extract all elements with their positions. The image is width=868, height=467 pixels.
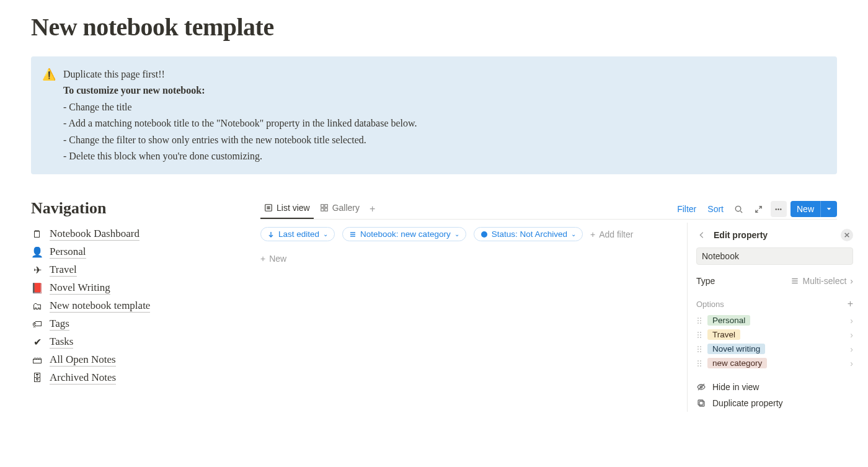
svg-point-34 — [698, 349, 699, 350]
chevron-right-icon[interactable]: › — [850, 344, 853, 354]
new-row-button[interactable]: + New — [260, 251, 286, 266]
nav-item-notebook-dashboard[interactable]: 🗒 Notebook Dashboard — [31, 225, 236, 243]
list-icon — [264, 203, 273, 212]
option-tag: Travel — [707, 329, 740, 340]
duplicate-property-button[interactable]: Duplicate property — [696, 395, 853, 411]
callout-line1: Duplicate this page first!! — [63, 66, 417, 82]
nav-item-all-open-notes[interactable]: 🗃 All Open Notes — [31, 351, 236, 369]
svg-point-41 — [700, 363, 701, 364]
tab-list-view[interactable]: List view — [260, 199, 314, 219]
svg-point-20 — [698, 318, 699, 319]
filter-button[interactable]: Filter — [673, 202, 700, 216]
svg-point-23 — [700, 320, 701, 321]
option-row[interactable]: new category› — [696, 356, 853, 370]
multiselect-icon — [790, 277, 799, 285]
svg-point-43 — [700, 365, 701, 367]
drag-handle-icon[interactable] — [696, 316, 702, 325]
tab-gallery[interactable]: Gallery — [316, 199, 363, 219]
delete-property-button[interactable]: Delete property — [696, 411, 853, 412]
tag-icon: 🏷 — [31, 318, 43, 331]
filter-pill-status[interactable]: Status: Not Archived ⌄ — [474, 227, 583, 241]
book-icon: 📕 — [31, 282, 43, 295]
gallery-icon — [320, 203, 329, 212]
drag-handle-icon[interactable] — [696, 345, 702, 354]
svg-point-26 — [698, 332, 699, 333]
option-row[interactable]: Travel› — [696, 327, 853, 342]
nav-item-novel-writing[interactable]: 📕 Novel Writing — [31, 279, 236, 297]
add-option-button[interactable]: + — [848, 298, 853, 309]
nav-label: Tags — [50, 318, 69, 331]
svg-point-10 — [776, 208, 777, 210]
eye-off-icon — [696, 382, 706, 392]
nav-label: Notebook Dashboard — [50, 228, 140, 241]
svg-rect-7 — [325, 208, 327, 211]
search-button[interactable] — [731, 201, 747, 217]
more-options-button[interactable] — [771, 201, 787, 217]
chevron-right-icon[interactable]: › — [850, 358, 853, 368]
callout-bullet: - Add a matching notebook title to the "… — [63, 115, 417, 131]
chevron-right-icon: › — [850, 276, 853, 286]
sort-pill-last-edited[interactable]: Last edited ⌄ — [260, 227, 335, 241]
sort-down-icon — [267, 231, 275, 238]
drag-handle-icon[interactable] — [696, 359, 702, 368]
nav-item-personal[interactable]: 👤 Personal — [31, 243, 236, 261]
option-row[interactable]: Novel writing› — [696, 342, 853, 356]
page-title[interactable]: New notebook template — [31, 12, 837, 42]
nav-label: Novel Writing — [50, 282, 110, 295]
option-row[interactable]: Personal› — [696, 313, 853, 327]
svg-point-37 — [700, 351, 701, 352]
callout-bullet: - Change the filter to show only entries… — [63, 132, 417, 148]
svg-point-11 — [778, 208, 779, 210]
add-filter-button[interactable]: + Add filter — [590, 229, 633, 239]
chevron-right-icon[interactable]: › — [850, 330, 853, 340]
svg-point-42 — [698, 365, 699, 367]
svg-point-27 — [700, 332, 701, 333]
svg-point-30 — [698, 337, 699, 338]
add-view-button[interactable]: + — [366, 201, 379, 217]
nav-item-tasks[interactable]: ✔ Tasks — [31, 333, 236, 351]
panel-title: Edit property — [714, 230, 835, 240]
options-label: Options — [696, 300, 724, 309]
new-button-dropdown[interactable] — [820, 201, 837, 217]
callout-block[interactable]: ⚠️ Duplicate this page first!! To custom… — [31, 56, 837, 174]
warning-icon: ⚠️ — [42, 66, 56, 164]
nav-label: Archived Notes — [50, 371, 116, 385]
svg-rect-5 — [325, 205, 327, 207]
search-icon — [734, 205, 743, 214]
arrow-left-icon — [698, 231, 706, 239]
nav-item-tags[interactable]: 🏷 Tags — [31, 315, 236, 333]
svg-point-38 — [698, 360, 699, 362]
pill-label: Status: Not Archived — [492, 229, 567, 239]
option-tag: new category — [707, 358, 767, 368]
tab-label: Gallery — [332, 203, 360, 213]
callout-bullet: - Delete this block when you're done cus… — [63, 148, 417, 164]
nav-label: All Open Notes — [50, 354, 116, 367]
property-type-row[interactable]: Type Multi-select › — [696, 272, 853, 290]
duplicate-icon — [696, 398, 706, 408]
svg-point-25 — [700, 322, 701, 324]
panel-back-button[interactable] — [696, 231, 707, 239]
filter-pill-notebook[interactable]: Notebook: new category ⌄ — [342, 227, 466, 241]
new-button-label: New — [790, 201, 820, 217]
callout-line2: To customize your new notebook: — [63, 82, 417, 99]
svg-rect-6 — [321, 208, 323, 211]
property-name-input[interactable] — [696, 247, 853, 265]
nav-item-archived-notes[interactable]: 🗄 Archived Notes — [31, 369, 236, 387]
status-icon — [480, 231, 488, 238]
nav-item-new-notebook-template[interactable]: 🗂 New notebook template — [31, 297, 236, 315]
action-label: Hide in view — [712, 382, 759, 392]
nav-item-travel[interactable]: ✈ Travel — [31, 261, 236, 279]
expand-button[interactable] — [751, 201, 767, 217]
panel-close-button[interactable] — [841, 229, 853, 241]
sort-button[interactable]: Sort — [704, 202, 727, 216]
hide-in-view-button[interactable]: Hide in view — [696, 379, 853, 395]
pill-label: Notebook: new category — [360, 229, 451, 239]
drag-handle-icon[interactable] — [696, 331, 702, 339]
db-controls: Filter Sort New — [673, 201, 837, 217]
nav-label: Tasks — [50, 336, 73, 349]
svg-line-9 — [741, 211, 743, 213]
svg-point-39 — [700, 360, 701, 362]
chevron-right-icon[interactable]: › — [850, 316, 853, 326]
new-button[interactable]: New — [790, 201, 837, 217]
tasks-icon: ✔ — [31, 336, 43, 349]
